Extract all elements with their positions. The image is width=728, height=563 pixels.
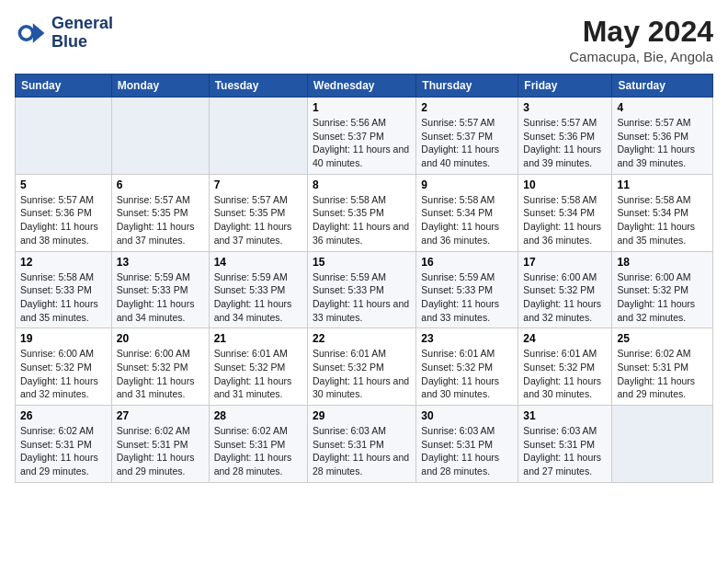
day-info: Sunrise: 6:01 AM Sunset: 5:32 PM Dayligh… bbox=[214, 347, 302, 401]
day-number: 11 bbox=[617, 178, 708, 191]
calendar-cell: 24Sunrise: 6:01 AM Sunset: 5:32 PM Dayli… bbox=[518, 328, 612, 406]
page-header: General Blue May 2024 Camacupa, Bie, Ang… bbox=[15, 15, 713, 64]
day-number: 12 bbox=[20, 256, 107, 269]
week-row-5: 26Sunrise: 6:02 AM Sunset: 5:31 PM Dayli… bbox=[16, 406, 713, 483]
header-row: SundayMondayTuesdayWednesdayThursdayFrid… bbox=[16, 75, 713, 98]
day-number: 15 bbox=[313, 256, 411, 269]
day-info: Sunrise: 6:03 AM Sunset: 5:31 PM Dayligh… bbox=[523, 424, 607, 478]
day-header-saturday: Saturday bbox=[612, 75, 713, 98]
day-number: 30 bbox=[421, 409, 513, 422]
main-title: May 2024 bbox=[569, 15, 713, 49]
day-info: Sunrise: 5:57 AM Sunset: 5:36 PM Dayligh… bbox=[20, 193, 107, 247]
calendar-cell: 10Sunrise: 5:58 AM Sunset: 5:34 PM Dayli… bbox=[518, 174, 612, 251]
logo-line2: Blue bbox=[51, 33, 113, 52]
day-info: Sunrise: 5:57 AM Sunset: 5:35 PM Dayligh… bbox=[214, 193, 302, 247]
day-number: 6 bbox=[117, 178, 204, 191]
calendar-cell: 7Sunrise: 5:57 AM Sunset: 5:35 PM Daylig… bbox=[209, 174, 307, 251]
week-row-2: 5Sunrise: 5:57 AM Sunset: 5:36 PM Daylig… bbox=[16, 174, 713, 251]
day-info: Sunrise: 5:58 AM Sunset: 5:34 PM Dayligh… bbox=[523, 193, 607, 247]
day-info: Sunrise: 5:57 AM Sunset: 5:37 PM Dayligh… bbox=[421, 116, 513, 170]
calendar-cell: 23Sunrise: 6:01 AM Sunset: 5:32 PM Dayli… bbox=[416, 328, 518, 406]
day-info: Sunrise: 5:57 AM Sunset: 5:35 PM Dayligh… bbox=[117, 193, 204, 247]
calendar-cell: 19Sunrise: 6:00 AM Sunset: 5:32 PM Dayli… bbox=[16, 328, 112, 406]
calendar-table: SundayMondayTuesdayWednesdayThursdayFrid… bbox=[15, 74, 713, 483]
day-number: 22 bbox=[313, 332, 411, 345]
day-number: 5 bbox=[20, 178, 107, 191]
day-number: 25 bbox=[617, 332, 708, 345]
day-info: Sunrise: 6:02 AM Sunset: 5:31 PM Dayligh… bbox=[214, 424, 302, 478]
calendar-cell: 25Sunrise: 6:02 AM Sunset: 5:31 PM Dayli… bbox=[612, 328, 713, 406]
day-info: Sunrise: 6:01 AM Sunset: 5:32 PM Dayligh… bbox=[523, 347, 607, 401]
calendar-cell: 14Sunrise: 5:59 AM Sunset: 5:33 PM Dayli… bbox=[209, 251, 307, 328]
logo-line1: General bbox=[51, 15, 113, 33]
day-header-monday: Monday bbox=[111, 75, 209, 98]
calendar-cell: 4Sunrise: 5:57 AM Sunset: 5:36 PM Daylig… bbox=[612, 98, 713, 175]
day-number: 9 bbox=[421, 178, 513, 191]
calendar-cell bbox=[16, 98, 112, 175]
day-number: 7 bbox=[214, 178, 302, 191]
calendar-cell: 20Sunrise: 6:00 AM Sunset: 5:32 PM Dayli… bbox=[111, 328, 209, 406]
day-number: 2 bbox=[421, 101, 513, 114]
calendar-cell: 30Sunrise: 6:03 AM Sunset: 5:31 PM Dayli… bbox=[416, 406, 518, 483]
subtitle: Camacupa, Bie, Angola bbox=[569, 49, 713, 64]
day-info: Sunrise: 6:00 AM Sunset: 5:32 PM Dayligh… bbox=[117, 347, 204, 401]
title-block: May 2024 Camacupa, Bie, Angola bbox=[569, 15, 713, 64]
day-info: Sunrise: 5:59 AM Sunset: 5:33 PM Dayligh… bbox=[117, 270, 204, 325]
day-info: Sunrise: 6:00 AM Sunset: 5:32 PM Dayligh… bbox=[617, 270, 708, 325]
day-info: Sunrise: 5:56 AM Sunset: 5:37 PM Dayligh… bbox=[313, 116, 411, 170]
day-info: Sunrise: 5:57 AM Sunset: 5:36 PM Dayligh… bbox=[617, 116, 708, 170]
week-row-3: 12Sunrise: 5:58 AM Sunset: 5:33 PM Dayli… bbox=[16, 251, 713, 328]
calendar-cell: 16Sunrise: 5:59 AM Sunset: 5:33 PM Dayli… bbox=[416, 251, 518, 328]
day-info: Sunrise: 5:58 AM Sunset: 5:35 PM Dayligh… bbox=[313, 193, 411, 247]
day-info: Sunrise: 5:59 AM Sunset: 5:33 PM Dayligh… bbox=[313, 270, 411, 325]
day-number: 8 bbox=[313, 178, 411, 191]
calendar-cell: 8Sunrise: 5:58 AM Sunset: 5:35 PM Daylig… bbox=[308, 174, 416, 251]
day-info: Sunrise: 5:58 AM Sunset: 5:33 PM Dayligh… bbox=[20, 270, 107, 325]
day-number: 4 bbox=[617, 101, 708, 114]
day-number: 1 bbox=[313, 101, 411, 114]
day-number: 19 bbox=[20, 332, 107, 345]
day-header-friday: Friday bbox=[518, 75, 612, 98]
day-number: 14 bbox=[214, 256, 302, 269]
day-info: Sunrise: 6:03 AM Sunset: 5:31 PM Dayligh… bbox=[313, 424, 411, 478]
day-number: 10 bbox=[523, 178, 607, 191]
day-info: Sunrise: 6:01 AM Sunset: 5:32 PM Dayligh… bbox=[421, 347, 513, 401]
week-row-1: 1Sunrise: 5:56 AM Sunset: 5:37 PM Daylig… bbox=[16, 98, 713, 175]
calendar-cell: 6Sunrise: 5:57 AM Sunset: 5:35 PM Daylig… bbox=[111, 174, 209, 251]
calendar-cell: 29Sunrise: 6:03 AM Sunset: 5:31 PM Dayli… bbox=[308, 406, 416, 483]
week-row-4: 19Sunrise: 6:00 AM Sunset: 5:32 PM Dayli… bbox=[16, 328, 713, 406]
calendar-cell: 17Sunrise: 6:00 AM Sunset: 5:32 PM Dayli… bbox=[518, 251, 612, 328]
calendar-cell: 3Sunrise: 5:57 AM Sunset: 5:36 PM Daylig… bbox=[518, 98, 612, 175]
logo: General Blue bbox=[15, 15, 113, 52]
day-number: 24 bbox=[523, 332, 607, 345]
day-number: 20 bbox=[117, 332, 204, 345]
day-number: 18 bbox=[617, 256, 708, 269]
calendar-cell bbox=[209, 98, 307, 175]
logo-icon bbox=[15, 17, 48, 50]
calendar-cell: 28Sunrise: 6:02 AM Sunset: 5:31 PM Dayli… bbox=[209, 406, 307, 483]
calendar-cell: 5Sunrise: 5:57 AM Sunset: 5:36 PM Daylig… bbox=[16, 174, 112, 251]
calendar-cell: 18Sunrise: 6:00 AM Sunset: 5:32 PM Dayli… bbox=[612, 251, 713, 328]
day-number: 27 bbox=[117, 409, 204, 422]
logo-text: General Blue bbox=[51, 15, 113, 52]
day-header-sunday: Sunday bbox=[16, 75, 112, 98]
day-info: Sunrise: 6:00 AM Sunset: 5:32 PM Dayligh… bbox=[523, 270, 607, 325]
day-header-wednesday: Wednesday bbox=[308, 75, 416, 98]
day-header-tuesday: Tuesday bbox=[209, 75, 307, 98]
calendar-cell: 21Sunrise: 6:01 AM Sunset: 5:32 PM Dayli… bbox=[209, 328, 307, 406]
day-info: Sunrise: 6:03 AM Sunset: 5:31 PM Dayligh… bbox=[421, 424, 513, 478]
day-info: Sunrise: 5:58 AM Sunset: 5:34 PM Dayligh… bbox=[421, 193, 513, 247]
svg-marker-1 bbox=[33, 23, 45, 43]
calendar-cell: 22Sunrise: 6:01 AM Sunset: 5:32 PM Dayli… bbox=[308, 328, 416, 406]
day-number: 3 bbox=[523, 101, 607, 114]
calendar-cell: 2Sunrise: 5:57 AM Sunset: 5:37 PM Daylig… bbox=[416, 98, 518, 175]
day-number: 16 bbox=[421, 256, 513, 269]
day-number: 23 bbox=[421, 332, 513, 345]
calendar-cell: 1Sunrise: 5:56 AM Sunset: 5:37 PM Daylig… bbox=[308, 98, 416, 175]
day-header-thursday: Thursday bbox=[416, 75, 518, 98]
svg-point-3 bbox=[21, 28, 31, 38]
calendar-cell: 31Sunrise: 6:03 AM Sunset: 5:31 PM Dayli… bbox=[518, 406, 612, 483]
calendar-cell bbox=[612, 406, 713, 483]
day-info: Sunrise: 5:58 AM Sunset: 5:34 PM Dayligh… bbox=[617, 193, 708, 247]
day-number: 17 bbox=[523, 256, 607, 269]
